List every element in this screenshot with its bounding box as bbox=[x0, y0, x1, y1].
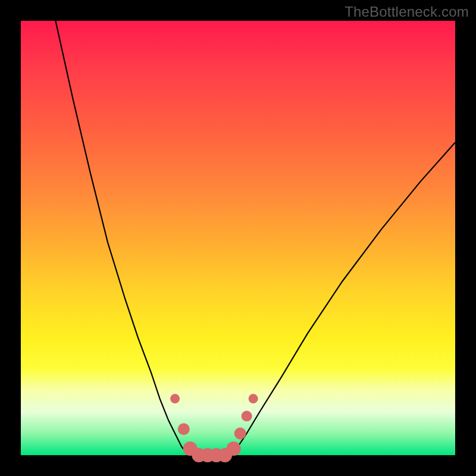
marker-dot bbox=[227, 441, 241, 456]
marker-group bbox=[170, 394, 258, 462]
curve-left-branch bbox=[55, 21, 188, 455]
marker-dot bbox=[242, 411, 252, 421]
marker-dot bbox=[234, 428, 246, 440]
chart-frame: TheBottleneck.com bbox=[0, 0, 476, 476]
curve-right-branch bbox=[229, 142, 455, 455]
chart-svg bbox=[21, 21, 455, 455]
marker-dot bbox=[249, 394, 258, 403]
marker-dot bbox=[178, 423, 190, 435]
marker-dot bbox=[170, 394, 180, 403]
watermark-text: TheBottleneck.com bbox=[345, 4, 469, 20]
